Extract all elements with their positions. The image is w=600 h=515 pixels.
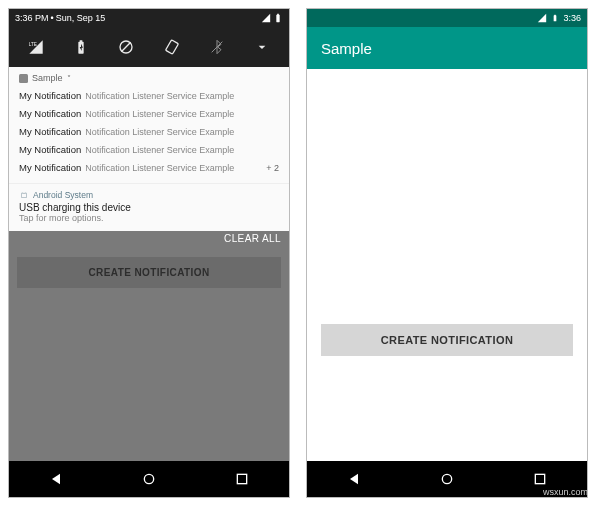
recents-icon[interactable] [532,471,548,487]
app-icon [19,74,28,83]
notification-more-count: + 2 [266,161,279,175]
dnd-off-icon[interactable] [117,38,135,56]
app-bar: Sample [307,27,587,69]
quick-settings-panel: LTE [9,27,289,67]
system-notification[interactable]: Android System USB charging this device … [9,183,289,231]
svg-point-6 [144,474,153,483]
notification-title: My Notification [19,125,81,139]
clear-all-button[interactable]: CLEAR ALL [224,233,281,244]
notification-row[interactable]: My Notification Notification Listener Se… [9,141,289,159]
status-bar: 3:36 PM • Sun, Sep 15 [9,9,289,27]
system-notif-title: USB charging this device [19,202,279,213]
battery-charging-icon[interactable] [72,38,90,56]
notification-title: My Notification [19,143,81,157]
signal-lte-icon[interactable]: LTE [27,38,45,56]
svg-line-2 [122,42,131,51]
svg-rect-7 [238,474,247,483]
battery-icon [273,13,283,23]
chevron-down-icon[interactable] [253,38,271,56]
notification-row[interactable]: My Notification Notification Listener Se… [9,87,289,105]
status-sep: • [51,13,54,23]
nav-bar [9,461,289,497]
system-source: Android System [33,190,93,200]
notification-text: Notification Listener Service Example [85,89,234,103]
notification-app-name: Sample [32,73,63,83]
notification-title: My Notification [19,107,81,121]
autorotate-icon[interactable] [163,38,181,56]
svg-rect-5 [19,74,28,83]
svg-rect-3 [165,40,178,54]
notification-text: Notification Listener Service Example [85,161,234,175]
status-date: Sun, Sep 15 [56,13,106,23]
signal-icon [537,13,547,23]
status-time: 3:36 [563,13,581,23]
svg-point-8 [442,474,451,483]
system-notif-subtitle: Tap for more options. [19,213,279,223]
svg-text:LTE: LTE [28,42,36,47]
back-icon[interactable] [346,471,362,487]
notification-title: My Notification [19,89,81,103]
notification-row[interactable]: My Notification Notification Listener Se… [9,159,289,177]
android-icon [19,190,29,200]
notification-shade: Sample ˅ My Notification Notification Li… [9,67,289,231]
notification-row[interactable]: My Notification Notification Listener Se… [9,105,289,123]
notification-row[interactable]: My Notification Notification Listener Se… [9,123,289,141]
notification-group-header[interactable]: Sample ˅ [9,71,289,87]
watermark: wsxun.com [543,487,588,497]
notification-title: My Notification [19,161,81,175]
notification-text: Notification Listener Service Example [85,143,234,157]
battery-icon [551,13,559,23]
svg-rect-9 [536,474,545,483]
back-icon[interactable] [48,471,64,487]
create-notification-button[interactable]: CREATE NOTIFICATION [17,257,280,288]
status-bar: 3:36 [307,9,587,27]
app-body: CREATE NOTIFICATION [307,69,587,461]
status-right-icons [261,13,283,23]
background-scrim: CLEAR ALL CREATE NOTIFICATION [9,231,289,461]
notification-text: Notification Listener Service Example [85,125,234,139]
notification-text: Notification Listener Service Example [85,107,234,121]
signal-icon [261,13,271,23]
chevron-down-icon: ˅ [67,74,71,83]
home-icon[interactable] [141,471,157,487]
home-icon[interactable] [439,471,455,487]
status-time: 3:36 PM [15,13,49,23]
bluetooth-off-icon[interactable] [208,38,226,56]
app-title: Sample [321,40,372,57]
recents-icon[interactable] [234,471,250,487]
create-notification-button[interactable]: CREATE NOTIFICATION [321,324,573,356]
device-left-notification-shade: 3:36 PM • Sun, Sep 15 LTE Sample ˅ My No… [8,8,290,498]
device-right-app-running: 3:36 Sample CREATE NOTIFICATION [306,8,588,498]
